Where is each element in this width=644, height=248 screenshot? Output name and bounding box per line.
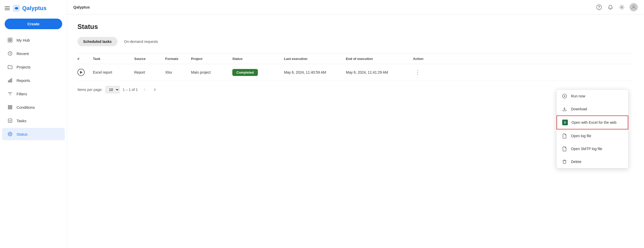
download-icon xyxy=(562,106,567,112)
table-header: # Task Source Formats Project Status Las… xyxy=(77,54,634,64)
context-menu-delete-label: Delete xyxy=(571,160,581,164)
file-smtp-icon xyxy=(562,146,567,152)
context-menu-download-label: Download xyxy=(571,107,587,111)
row-last-execution: May 6, 2024, 11:40:59 AM xyxy=(284,70,346,74)
svg-rect-7 xyxy=(8,81,9,82)
sidebar-header: Qalyptus xyxy=(0,0,67,17)
context-menu-download[interactable]: Download xyxy=(556,103,628,115)
logo-icon xyxy=(12,4,21,12)
play-button[interactable] xyxy=(77,69,85,76)
row-source: Report xyxy=(134,70,165,74)
main-area: Qalyptus Status Scheduled tasks On-deman… xyxy=(67,0,644,248)
sidebar-item-label: My Hub xyxy=(17,38,30,42)
row-project: Main project xyxy=(191,70,232,74)
help-icon[interactable] xyxy=(595,4,603,11)
sidebar-item-label: Filters xyxy=(17,92,27,96)
context-menu-run-now-label: Run now xyxy=(571,94,585,98)
context-menu-open-smtp-log-label: Open SMTP log file xyxy=(571,147,602,151)
grid-icon xyxy=(7,37,13,43)
svg-rect-2 xyxy=(8,38,10,40)
svg-rect-9 xyxy=(11,79,12,82)
user-avatar[interactable] xyxy=(630,3,638,11)
create-button[interactable]: Create xyxy=(5,19,62,29)
svg-point-19 xyxy=(633,5,635,7)
filter-icon xyxy=(7,91,13,97)
svg-point-18 xyxy=(621,6,623,8)
col-task: Task xyxy=(93,57,134,61)
sidebar-item-label: Recent xyxy=(17,51,29,56)
file-icon xyxy=(562,133,567,139)
clock-icon xyxy=(7,51,13,56)
context-menu-open-excel-label: Open with Excel for the web xyxy=(571,120,616,125)
tab-ondemand[interactable]: On-demand requests xyxy=(118,37,164,46)
col-status: Status xyxy=(232,57,284,61)
context-menu-delete[interactable]: Delete xyxy=(556,155,628,168)
conditions-icon xyxy=(7,104,13,110)
pagination-prev[interactable] xyxy=(141,86,148,93)
status-badge: Completed xyxy=(232,69,258,76)
context-menu-run-now[interactable]: Run now xyxy=(556,90,628,103)
more-options-button[interactable]: ⋮ xyxy=(413,68,422,76)
sidebar-item-label: Conditions xyxy=(17,105,35,110)
row-action[interactable]: ⋮ xyxy=(413,68,434,76)
items-per-page-label: Items per page: xyxy=(77,88,102,92)
col-hash: # xyxy=(77,57,93,61)
sidebar-item-tasks[interactable]: Tasks xyxy=(2,114,65,127)
folder-icon xyxy=(7,64,13,70)
settings-icon[interactable] xyxy=(618,4,625,11)
row-play[interactable] xyxy=(77,69,93,76)
svg-rect-3 xyxy=(10,38,12,40)
row-status: Completed xyxy=(232,69,284,76)
svg-rect-12 xyxy=(8,108,12,109)
logo-area: Qalyptus xyxy=(12,4,46,12)
hamburger-icon[interactable] xyxy=(5,6,10,10)
app-logo-text: Qalyptus xyxy=(22,5,46,12)
svg-rect-4 xyxy=(8,40,10,42)
context-menu: Run now Download X Open with Excel for t… xyxy=(556,89,629,168)
svg-rect-5 xyxy=(10,40,12,42)
sidebar-item-status[interactable]: Status xyxy=(2,128,65,140)
context-menu-open-smtp-log[interactable]: Open SMTP log file xyxy=(556,142,628,155)
status-icon xyxy=(7,131,13,137)
sidebar-item-label: Reports xyxy=(17,78,30,83)
table-row: Excel report Report Xlsx Main project Co… xyxy=(77,64,634,81)
svg-rect-10 xyxy=(8,105,12,106)
sidebar-item-label: Status xyxy=(17,132,28,136)
trash-icon xyxy=(562,159,567,165)
col-project: Project xyxy=(191,57,232,61)
col-source: Source xyxy=(134,57,165,61)
context-menu-open-excel[interactable]: X Open with Excel for the web xyxy=(556,115,628,129)
sidebar-item-filters[interactable]: Filters xyxy=(2,88,65,100)
bar-chart-icon xyxy=(7,78,13,83)
sidebar-item-recent[interactable]: Recent xyxy=(2,47,65,60)
svg-point-1 xyxy=(15,7,18,9)
col-formats: Formats xyxy=(165,57,191,61)
svg-rect-11 xyxy=(8,107,12,108)
context-menu-open-log[interactable]: Open log file xyxy=(556,129,628,142)
sidebar-item-conditions[interactable]: Conditions xyxy=(2,101,65,113)
tab-scheduled[interactable]: Scheduled tasks xyxy=(77,37,117,46)
sidebar-item-label: Tasks xyxy=(17,119,26,123)
svg-point-17 xyxy=(599,8,599,9)
topbar-brand: Qalyptus xyxy=(73,5,90,9)
svg-rect-8 xyxy=(10,80,11,82)
tabs-container: Scheduled tasks On-demand requests xyxy=(77,37,634,46)
row-formats: Xlsx xyxy=(165,70,191,74)
row-end-execution: May 6, 2024, 11:41:29 AM xyxy=(346,70,413,74)
svg-point-15 xyxy=(9,133,11,135)
items-per-page-select[interactable]: 10 25 50 xyxy=(106,86,120,93)
sidebar-item-projects[interactable]: Projects xyxy=(2,61,65,73)
col-action: Action xyxy=(413,57,434,61)
sidebar-item-my-hub[interactable]: My Hub xyxy=(2,34,65,46)
pagination-next[interactable] xyxy=(151,86,158,93)
sidebar: Qalyptus Create My Hub Recent Projects R… xyxy=(0,0,67,248)
notification-icon[interactable] xyxy=(607,4,614,11)
sidebar-item-reports[interactable]: Reports xyxy=(2,74,65,87)
play-circle-icon xyxy=(562,93,567,99)
col-last-execution: Last execution xyxy=(284,57,346,61)
row-task: Excel report xyxy=(93,70,134,74)
col-end-execution: End of execution xyxy=(346,57,413,61)
svg-rect-13 xyxy=(8,119,12,122)
excel-icon: X xyxy=(562,120,568,125)
pagination-range: 1 – 1 of 1 xyxy=(123,88,138,92)
